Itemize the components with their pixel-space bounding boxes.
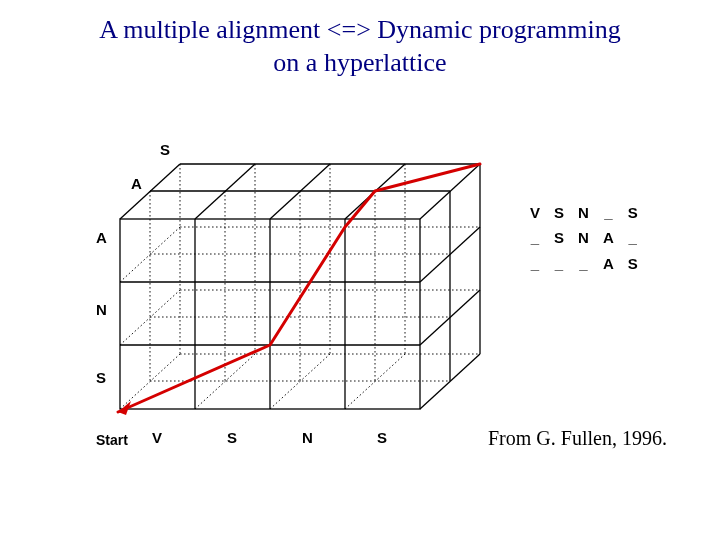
y-axis-label-0: A xyxy=(96,229,107,246)
z-axis-label-bot: A xyxy=(131,175,142,192)
svg-line-33 xyxy=(120,290,180,345)
svg-line-37 xyxy=(345,354,405,409)
x-axis-label-1: S xyxy=(227,429,237,446)
page-title: A multiple alignment <=> Dynamic program… xyxy=(0,0,720,79)
z-axis-label-top: S xyxy=(160,141,170,158)
diagram-stage: S A A N S V S N S Start V S N _ S _ S N … xyxy=(0,79,720,539)
table-row: _ S N A _ xyxy=(524,226,644,249)
svg-line-35 xyxy=(195,354,255,409)
citation: From G. Fullen, 1996. xyxy=(488,427,667,450)
x-axis-label-2: N xyxy=(302,429,313,446)
x-axis-label-3: S xyxy=(377,429,387,446)
hyperlattice-svg xyxy=(0,79,720,539)
title-line-2: on a hyperlattice xyxy=(273,48,446,77)
y-axis-label-2: S xyxy=(96,369,106,386)
svg-line-34 xyxy=(120,354,180,409)
svg-line-36 xyxy=(270,354,330,409)
alignment-table: V S N _ S _ S N A _ _ _ _ A S xyxy=(522,199,646,277)
alignment-block: V S N _ S _ S N A _ _ _ _ A S xyxy=(522,199,646,277)
title-line-1: A multiple alignment <=> Dynamic program… xyxy=(99,15,620,44)
y-axis-label-1: N xyxy=(96,301,107,318)
start-label: Start xyxy=(96,432,128,448)
table-row: _ _ _ A S xyxy=(524,252,644,275)
table-row: V S N _ S xyxy=(524,201,644,224)
x-axis-label-0: V xyxy=(152,429,162,446)
